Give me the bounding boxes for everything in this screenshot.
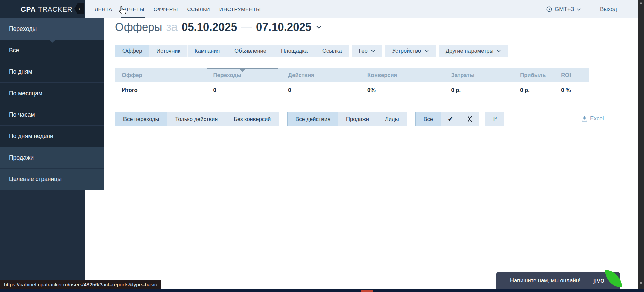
filter-all-actions[interactable]: Все действия [287,112,338,126]
export-excel-label: Excel [590,115,604,122]
sidebar-item-vse[interactable]: Все [0,40,104,61]
chat-widget[interactable]: Напишите нам, мы онлайн! jivo [496,272,620,289]
tab-campaign[interactable]: Кампания [188,45,228,57]
ruble-icon: ₽ [493,115,497,123]
totals-actions: 0 [282,87,361,93]
tab-ad[interactable]: Объявление [227,45,274,57]
sort-direction-icon [240,69,245,72]
column-header-roi[interactable]: ROI [555,68,589,82]
nav-item-links[interactable]: ССЫЛКИ [187,0,210,18]
browser-status-bar: https://cabinet.cpatracker.ru/users/4825… [0,280,161,289]
column-header-clicks[interactable]: Переходы [207,68,282,82]
transitions-filter-group: Все переходы Только действия Без конверс… [115,112,279,126]
column-header-costs[interactable]: Затраты [445,68,514,82]
vertical-scrollbar[interactable] [638,0,644,292]
date-range-dropdown[interactable] [316,25,322,29]
check-icon: ✔ [448,115,453,123]
sidebar-item-po-dnyam-nedeli[interactable]: По дням недели [0,126,104,147]
date-from[interactable]: 05.10.2025 [182,21,237,34]
export-excel-link[interactable]: Excel [582,115,604,122]
filter-bar: Все переходы Только действия Без конверс… [115,112,504,126]
page-title-preposition: за [166,21,177,34]
sidebar-item-label: Переходы [9,25,37,33]
tab-geo-dropdown[interactable]: Гео [352,45,382,57]
nav-item-lenta[interactable]: ЛЕНТА [95,0,112,18]
filter-confirmed-button[interactable]: ✔ [441,112,460,126]
sidebar-item-prodazhi[interactable]: Продажи [0,147,104,169]
column-header-conversion[interactable]: Конверсия [361,68,445,82]
table-totals-row: Итого 0 0 0% 0 р. 0 р. 0 % [115,82,589,98]
nav-item-tools[interactable]: ИНСТРУМЕНТЫ [219,0,261,18]
totals-roi: 0 % [555,87,589,93]
filter-paid-button[interactable]: ₽ [485,112,504,126]
filter-only-actions[interactable]: Только действия [167,112,226,126]
taskbar-strip [0,289,644,292]
clock-icon [546,6,552,12]
totals-profit: 0 р. [513,87,555,93]
top-bar: ЛЕНТА ОТЧЕТЫ ОФФЕРЫ ССЫЛКИ ИНСТРУМЕНТЫ G… [0,0,644,18]
timezone-label: GMT+3 [555,6,574,13]
totals-conversion: 0% [361,87,445,93]
date-to[interactable]: 07.10.2025 [256,21,311,34]
chevron-down-icon [577,8,581,11]
totals-label: Итого [115,87,207,93]
status-url: https://cabinet.cpatracker.ru/users/4825… [4,282,157,288]
download-icon [582,116,587,122]
tab-geo-label: Гео [359,48,367,54]
tab-source[interactable]: Источник [149,45,187,57]
chevron-down-icon [371,50,375,52]
app-logo: CPA TRACKER [0,0,85,18]
totals-clicks: 0 [207,87,282,93]
page-title: Офферы за 05.10.2025 — 07.10.2025 [115,21,322,34]
filter-pending-button[interactable] [460,112,479,126]
page-title-entity: Офферы [115,21,162,34]
report-table: Оффер Переходы Действия Конверсия Затрат… [115,68,589,98]
column-header-clicks-label: Переходы [213,72,241,78]
active-tab-underline [121,17,145,18]
filter-no-conversions[interactable]: Без конверсий [226,112,279,126]
scroll-down-icon[interactable] [640,282,642,285]
sidebar-item-po-chasam[interactable]: По часам [0,104,104,126]
tab-platform[interactable]: Площадка [274,45,315,57]
scroll-up-icon[interactable] [640,2,642,4]
chat-message: Напишите нам, мы онлайн! [496,277,580,284]
nav-item-offers[interactable]: ОФФЕРЫ [154,0,178,18]
logo-text-bold: CPA [21,5,36,13]
totals-costs: 0 р. [445,87,514,93]
column-header-profit[interactable]: Прибыль [513,68,555,82]
dimension-tabs: Оффер Источник Кампания Объявление Площа… [115,45,508,57]
actions-filter-group: Все действия Продажи Лиды [287,112,406,126]
currency-filter-group: ₽ [485,112,504,126]
tab-other-params-dropdown[interactable]: Другие параметры [439,45,508,57]
filter-all-transitions[interactable]: Все переходы [115,112,167,126]
chevron-down-icon [316,25,322,29]
sidebar-item-po-mesyacam[interactable]: По месяцам [0,83,104,104]
column-header-actions[interactable]: Действия [282,68,361,82]
filter-leads[interactable]: Лиды [377,112,407,126]
nav-item-reports[interactable]: ОТЧЕТЫ [122,0,144,18]
tab-device-dropdown[interactable]: Устройство [385,45,436,57]
top-nav: ЛЕНТА ОТЧЕТЫ ОФФЕРЫ ССЫЛКИ ИНСТРУМЕНТЫ [95,0,261,18]
filter-sales[interactable]: Продажи [338,112,377,126]
timezone-selector[interactable]: GMT+3 [546,0,581,18]
tab-offer[interactable]: Оффер [115,45,149,57]
logout-link[interactable]: Выход [600,0,617,18]
app-window: ЛЕНТА ОТЧЕТЫ ОФФЕРЫ ССЫЛКИ ИНСТРУМЕНТЫ G… [0,0,644,292]
table-header-row: Оффер Переходы Действия Конверсия Затрат… [115,68,589,82]
sidebar-item-po-dnyam[interactable]: По дням [0,61,104,83]
status-filter-group: Все ✔ [415,112,479,126]
tab-link[interactable]: Ссылка [315,45,349,57]
chevron-down-icon [497,50,501,52]
sidebar-item-celevye-stranicy[interactable]: Целевые страницы [0,169,104,190]
taskbar-red-indicator [361,290,373,292]
column-header-offer[interactable]: Оффер [115,68,207,82]
logo-text-light: TRACKER [38,5,72,13]
sidebar-item-perehody[interactable]: Переходы [0,18,104,40]
chevron-down-icon [425,50,429,52]
nav-item-reports-label: ОТЧЕТЫ [122,6,144,12]
collapse-chevron-icon: ‹ [78,5,80,12]
tab-other-params-label: Другие параметры [446,48,493,54]
hourglass-icon [467,116,473,122]
sidebar-menu: Переходы Все По дням По месяцам По часам… [0,18,104,190]
filter-status-all[interactable]: Все [415,112,441,126]
